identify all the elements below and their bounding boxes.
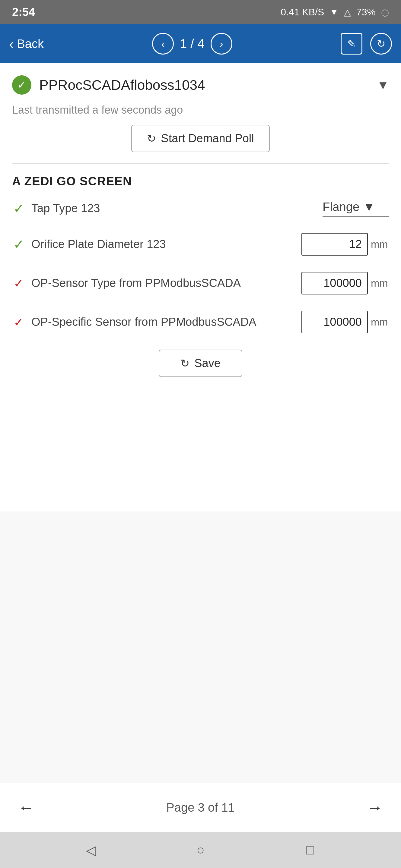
pagination-controls: ‹ 1 / 4 › (152, 33, 232, 55)
op-sensor-type-check-icon: ✓ (13, 276, 24, 290)
op-sensor-type-unit: mm (371, 277, 389, 289)
device-status-icon: ✓ (12, 75, 31, 95)
battery-percent: 73% (356, 7, 376, 18)
tap-type-dropdown[interactable]: Flange ▼ (322, 200, 389, 217)
wifi-icon: ▼ (330, 7, 339, 17)
op-specific-sensor-unit: mm (371, 316, 389, 328)
main-content: ✓ PPRocSCADAfloboss1034 ▼ Last transmitt… (0, 63, 401, 512)
field-orifice-diameter: ✓ Orifice Plate Diameter 123 mm (12, 233, 389, 255)
back-button[interactable]: ‹ Back (9, 36, 44, 52)
orifice-diameter-value-area: mm (302, 233, 389, 255)
op-sensor-type-label: OP-Sensor Type from PPModbusSCADA (31, 276, 295, 290)
status-time: 2:54 (12, 6, 35, 19)
save-icon: ↻ (180, 357, 190, 370)
edit-icon: ✎ (347, 38, 356, 50)
bottom-nav: ◁ ○ □ (0, 832, 401, 868)
nav-recent-button[interactable]: □ (298, 838, 322, 862)
tap-type-value: Flange ▼ (322, 200, 389, 217)
prev-page-button[interactable]: ‹ (152, 33, 174, 55)
orifice-diameter-check-icon: ✓ (13, 237, 24, 252)
save-button[interactable]: ↻ Save (159, 350, 242, 377)
network-speed: 0.41 KB/S (281, 7, 324, 18)
orifice-diameter-indicator: ✓ (12, 237, 25, 252)
op-specific-sensor-value-area: mm (302, 311, 389, 333)
battery-icon: ◌ (381, 7, 389, 18)
next-page-icon: › (220, 38, 223, 50)
page-footer: ← Page 3 of 11 → (0, 783, 401, 832)
status-right: 0.41 KB/S ▼ △ 73% ◌ (281, 7, 389, 18)
op-sensor-type-input[interactable] (302, 272, 368, 294)
device-dropdown-icon[interactable]: ▼ (377, 79, 389, 92)
back-label: Back (17, 37, 44, 51)
orifice-diameter-unit: mm (371, 239, 389, 250)
empty-space (0, 512, 401, 783)
demand-poll-icon: ↻ (147, 132, 156, 145)
nav-home-button[interactable]: ○ (189, 838, 213, 862)
device-name: PPRocSCADAfloboss1034 (39, 77, 369, 93)
nav-bar: ‹ Back ‹ 1 / 4 › ✎ ↻ (0, 24, 401, 63)
tap-type-dropdown-icon: ▼ (363, 200, 375, 214)
field-op-specific-sensor: ✓ OP-Specific Sensor from PPModbusSCADA … (12, 311, 389, 333)
save-label: Save (194, 357, 221, 370)
edit-button[interactable]: ✎ (341, 33, 362, 55)
back-arrow-icon: ‹ (9, 36, 14, 52)
device-row: ✓ PPRocSCADAfloboss1034 ▼ (12, 63, 389, 101)
op-specific-sensor-label: OP-Specific Sensor from PPModbusSCADA (31, 315, 295, 330)
prev-page-icon: ‹ (161, 38, 165, 50)
tap-type-label: Tap Type 123 (31, 201, 316, 216)
refresh-button[interactable]: ↻ (370, 33, 392, 55)
divider (12, 163, 389, 164)
tap-type-indicator: ✓ (12, 201, 25, 216)
section-title: A ZEDI GO SCREEN (12, 175, 389, 188)
page-indicator: Page 3 of 11 (166, 801, 235, 814)
transmission-status: Last transmitted a few seconds ago (12, 101, 389, 125)
op-specific-sensor-check-icon: ✓ (13, 315, 24, 329)
orifice-diameter-input[interactable] (302, 233, 368, 255)
op-sensor-type-indicator: ✓ (12, 276, 25, 290)
demand-poll-button[interactable]: ↻ Start Demand Poll (131, 125, 269, 152)
tap-type-check-icon: ✓ (13, 201, 24, 216)
signal-icon: △ (344, 7, 351, 18)
nav-actions: ✎ ↻ (341, 33, 392, 55)
op-sensor-type-value-area: mm (302, 272, 389, 294)
field-tap-type: ✓ Tap Type 123 Flange ▼ (12, 200, 389, 217)
refresh-icon: ↻ (377, 38, 385, 50)
next-page-arrow[interactable]: → (367, 798, 383, 817)
demand-poll-label: Start Demand Poll (161, 132, 254, 145)
field-op-sensor-type: ✓ OP-Sensor Type from PPModbusSCADA mm (12, 272, 389, 294)
op-specific-sensor-input[interactable] (302, 311, 368, 333)
status-bar: 2:54 0.41 KB/S ▼ △ 73% ◌ (0, 0, 401, 24)
nav-back-button[interactable]: ◁ (79, 838, 103, 862)
op-specific-sensor-indicator: ✓ (12, 315, 25, 329)
page-info: 1 / 4 (180, 36, 205, 51)
orifice-diameter-label: Orifice Plate Diameter 123 (31, 237, 295, 252)
prev-page-arrow[interactable]: ← (18, 798, 34, 817)
tap-type-value-text: Flange (322, 200, 360, 214)
next-page-button[interactable]: › (210, 33, 232, 55)
